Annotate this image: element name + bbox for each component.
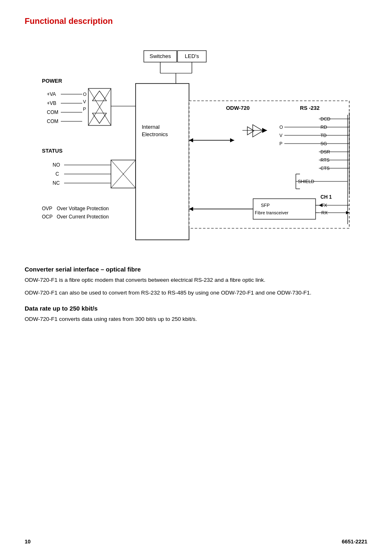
com1-label: COM	[47, 109, 58, 115]
footer-doc-number: 6651-2221	[342, 538, 367, 545]
v-label-power: V	[83, 99, 86, 104]
footer-page-number: 10	[25, 538, 30, 545]
diagram-area: Switches LED's POWER +VA +VB COM COM	[25, 38, 367, 253]
switches-label: Switches	[150, 53, 171, 59]
fibre-label: Fibre transceiver	[255, 210, 288, 215]
section-1: Converter serial interface – optical fib…	[25, 266, 367, 297]
status-label: STATUS	[42, 148, 62, 154]
leds-label: LED's	[185, 53, 199, 59]
p-label-odw: P	[279, 141, 282, 146]
svg-rect-53	[253, 199, 316, 219]
section-2-heading: Data rate up to 250 kbit/s	[25, 305, 367, 312]
ocp-label: OCP	[42, 214, 53, 220]
section-2: Data rate up to 250 kbit/s ODW-720-F1 co…	[25, 305, 367, 324]
sfp-label: SFP	[261, 203, 270, 208]
section-1-para-2: ODW-720-F1 can also be used to convert f…	[25, 289, 362, 297]
page: Functional description Switches LED's PO…	[0, 0, 392, 557]
o-label-odw: O	[279, 125, 283, 130]
ocp-desc: Over Current Protection	[57, 214, 109, 220]
v-label-odw: V	[279, 133, 283, 138]
ch1-label: CH 1	[321, 194, 332, 200]
svg-rect-23	[136, 84, 189, 240]
o-label-power: O	[83, 92, 87, 97]
ovp-desc: Over Voltage Protection	[57, 206, 109, 211]
section-1-heading: Converter serial interface – optical fib…	[25, 266, 367, 273]
section-1-para-1: ODW-720-F1 is a fibre optic modem that c…	[25, 276, 362, 285]
no-label: NO	[53, 162, 60, 168]
rs232-label: RS -232	[300, 105, 320, 111]
vb-label: +VB	[47, 100, 56, 106]
functional-diagram: Switches LED's POWER +VA +VB COM COM	[25, 38, 367, 252]
odw-label: ODW-720	[226, 105, 250, 111]
nc-label: NC	[53, 180, 60, 186]
c-label: C	[55, 171, 59, 177]
com2-label: COM	[47, 118, 58, 124]
footer: 10 6651-2221	[25, 538, 367, 545]
power-label: POWER	[42, 78, 62, 84]
p-label-power: P	[83, 107, 86, 111]
section-2-para-1: ODW-720-F1 converts data using rates fro…	[25, 315, 362, 324]
va-label: +VA	[47, 91, 56, 97]
internal-electronics-label: Internal	[142, 124, 159, 130]
svg-text:Electronics: Electronics	[142, 131, 168, 137]
page-title: Functional description	[25, 16, 367, 26]
ovp-label: OVP	[42, 206, 52, 211]
